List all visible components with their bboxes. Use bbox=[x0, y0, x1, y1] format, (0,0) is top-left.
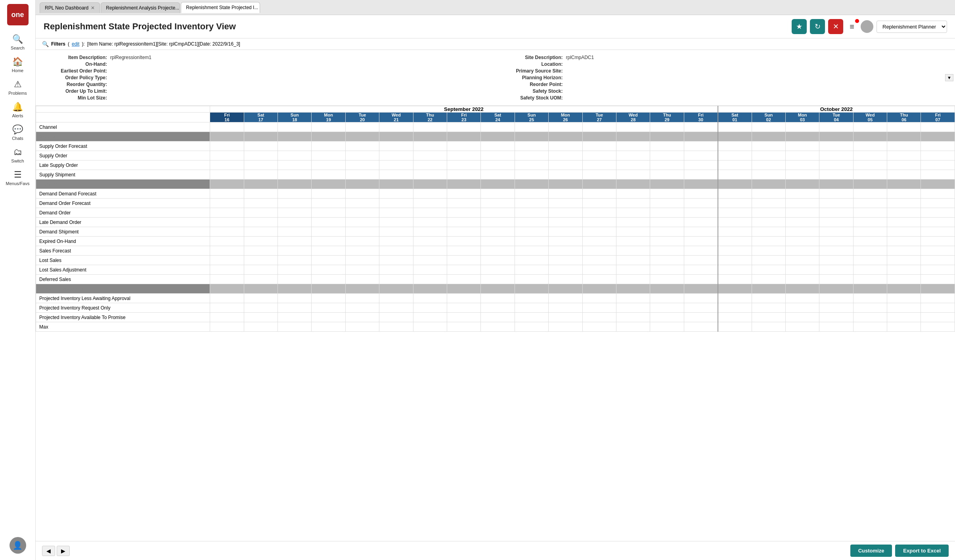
grid-cell[interactable] bbox=[481, 132, 515, 141]
grid-cell[interactable] bbox=[413, 246, 447, 256]
grid-cell[interactable] bbox=[312, 122, 345, 132]
grid-cell[interactable] bbox=[549, 180, 582, 189]
grid-cell[interactable] bbox=[312, 151, 345, 161]
grid-cell[interactable] bbox=[515, 132, 548, 141]
grid-cell[interactable] bbox=[616, 132, 650, 141]
grid-cell[interactable] bbox=[785, 275, 819, 284]
grid-cell[interactable] bbox=[582, 275, 616, 284]
filter-edit-link[interactable]: edit bbox=[72, 41, 79, 47]
grid-cell[interactable] bbox=[616, 227, 650, 237]
grid-cell[interactable] bbox=[819, 322, 853, 332]
grid-cell[interactable] bbox=[413, 151, 447, 161]
grid-cell[interactable] bbox=[312, 237, 345, 246]
grid-cell[interactable] bbox=[549, 237, 582, 246]
grid-cell[interactable] bbox=[819, 132, 853, 141]
grid-cell[interactable] bbox=[413, 141, 447, 151]
grid-cell[interactable] bbox=[244, 313, 278, 322]
grid-cell[interactable] bbox=[752, 141, 785, 151]
grid-cell[interactable] bbox=[684, 256, 718, 265]
grid-cell[interactable] bbox=[650, 284, 684, 294]
grid-cell[interactable] bbox=[447, 284, 481, 294]
grid-cell[interactable] bbox=[616, 246, 650, 256]
grid-cell[interactable] bbox=[379, 161, 413, 170]
grid-cell[interactable] bbox=[650, 313, 684, 322]
grid-cell[interactable] bbox=[853, 199, 887, 208]
grid-cell[interactable] bbox=[921, 122, 955, 132]
grid-cell[interactable] bbox=[819, 122, 853, 132]
grid-cell[interactable] bbox=[244, 189, 278, 199]
grid-cell[interactable] bbox=[210, 303, 244, 313]
grid-cell[interactable] bbox=[819, 141, 853, 151]
grid-cell[interactable] bbox=[752, 294, 785, 303]
grid-cell[interactable] bbox=[447, 294, 481, 303]
grid-cell[interactable] bbox=[447, 322, 481, 332]
grid-cell[interactable] bbox=[447, 122, 481, 132]
grid-cell[interactable] bbox=[549, 275, 582, 284]
grid-cell[interactable] bbox=[752, 227, 785, 237]
grid-cell[interactable] bbox=[853, 122, 887, 132]
grid-cell[interactable] bbox=[210, 180, 244, 189]
grid-cell[interactable] bbox=[244, 141, 278, 151]
grid-cell[interactable] bbox=[413, 284, 447, 294]
grid-cell[interactable] bbox=[853, 275, 887, 284]
grid-cell[interactable] bbox=[887, 284, 921, 294]
sidebar-item-home[interactable]: 🏠Home bbox=[2, 54, 34, 76]
grid-cell[interactable] bbox=[819, 151, 853, 161]
grid-cell[interactable] bbox=[345, 227, 379, 237]
grid-cell[interactable] bbox=[582, 141, 616, 151]
sidebar-item-chats[interactable]: 💬Chats bbox=[2, 121, 34, 144]
grid-cell[interactable] bbox=[684, 218, 718, 227]
grid-cell[interactable] bbox=[549, 141, 582, 151]
grid-cell[interactable] bbox=[549, 161, 582, 170]
grid-cell[interactable] bbox=[447, 141, 481, 151]
grid-cell[interactable] bbox=[379, 303, 413, 313]
sidebar-item-switch[interactable]: 🗂Switch bbox=[2, 144, 34, 166]
grid-cell[interactable] bbox=[853, 218, 887, 227]
grid-cell[interactable] bbox=[481, 237, 515, 246]
grid-cell[interactable] bbox=[413, 275, 447, 284]
export-button[interactable]: Export to Excel bbox=[895, 545, 949, 557]
grid-cell[interactable] bbox=[785, 237, 819, 246]
grid-cell[interactable] bbox=[278, 294, 312, 303]
sidebar-item-alerts[interactable]: 🔔Alerts bbox=[2, 99, 34, 121]
grid-cell[interactable] bbox=[515, 161, 548, 170]
grid-cell[interactable] bbox=[447, 199, 481, 208]
grid-cell[interactable] bbox=[379, 218, 413, 227]
grid-cell[interactable] bbox=[887, 227, 921, 237]
grid-cell[interactable] bbox=[244, 170, 278, 180]
grid-cell[interactable] bbox=[752, 265, 785, 275]
grid-cell[interactable] bbox=[481, 227, 515, 237]
grid-cell[interactable] bbox=[345, 170, 379, 180]
grid-cell[interactable] bbox=[684, 313, 718, 322]
grid-cell[interactable] bbox=[481, 218, 515, 227]
grid-cell[interactable] bbox=[312, 170, 345, 180]
grid-cell[interactable] bbox=[684, 170, 718, 180]
grid-cell[interactable] bbox=[650, 227, 684, 237]
grid-cell[interactable] bbox=[312, 189, 345, 199]
grid-cell[interactable] bbox=[345, 322, 379, 332]
grid-cell[interactable] bbox=[278, 151, 312, 161]
grid-cell[interactable] bbox=[887, 122, 921, 132]
grid-cell[interactable] bbox=[345, 199, 379, 208]
grid-cell[interactable] bbox=[887, 208, 921, 218]
grid-cell[interactable] bbox=[921, 180, 955, 189]
grid-cell[interactable] bbox=[582, 227, 616, 237]
grid-cell[interactable] bbox=[447, 180, 481, 189]
grid-cell[interactable] bbox=[515, 122, 548, 132]
sidebar-item-search[interactable]: 🔍Search bbox=[2, 31, 34, 54]
grid-cell[interactable] bbox=[481, 208, 515, 218]
grid-cell[interactable] bbox=[582, 170, 616, 180]
grid-cell[interactable] bbox=[887, 141, 921, 151]
grid-cell[interactable] bbox=[312, 256, 345, 265]
grid-cell[interactable] bbox=[684, 303, 718, 313]
grid-cell[interactable] bbox=[718, 237, 752, 246]
grid-cell[interactable] bbox=[210, 218, 244, 227]
grid-cell[interactable] bbox=[921, 322, 955, 332]
grid-cell[interactable] bbox=[515, 265, 548, 275]
grid-cell[interactable] bbox=[278, 303, 312, 313]
grid-cell[interactable] bbox=[278, 122, 312, 132]
grid-cell[interactable] bbox=[413, 294, 447, 303]
grid-cell[interactable] bbox=[515, 208, 548, 218]
grid-cell[interactable] bbox=[210, 151, 244, 161]
grid-cell[interactable] bbox=[481, 151, 515, 161]
